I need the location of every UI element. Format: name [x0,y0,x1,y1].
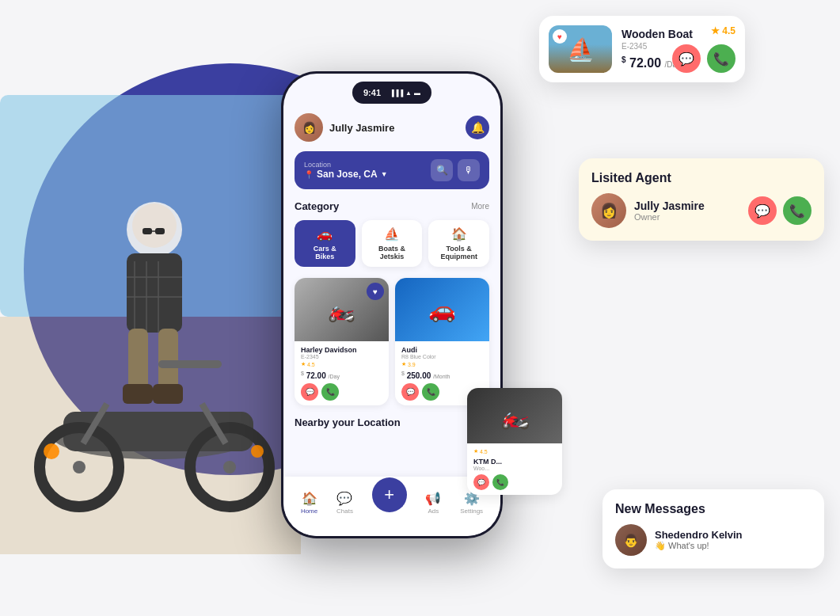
agent-actions: 💬 📞 [748,196,811,225]
listing-harley-img: 🏍️ ♥ [295,278,389,341]
boat-msg-button[interactable]: 💬 [672,44,701,73]
message-sender: Shedendro Kelvin [655,529,743,541]
location-search-buttons: 🔍 🎙 [431,159,480,181]
message-avatar: 👨 [615,524,647,556]
location-city: San Jose, CA [317,169,378,180]
category-label-tools: Tools &Equipment [440,245,477,260]
category-label-cars: Cars &Bikes [314,245,336,260]
listing-harley-actions: 💬 📞 [301,383,382,401]
listing-harley[interactable]: 🏍️ ♥ Harley Davidson E-2345 ★ 4.5 $ 72.0… [295,278,389,405]
mic-button[interactable]: 🎙 [458,159,480,181]
boat-rating: ★ 4.5 [711,25,735,36]
nav-chats-label: Chats [336,508,353,515]
listing-harley-rating: ★ 4.5 [301,361,382,367]
star-icon: ★ [711,25,720,36]
search-button[interactable]: 🔍 [431,159,453,181]
tools-icon: 🏠 [451,226,467,241]
star-icon: ★ [473,448,478,454]
avatar-emoji: 👩 [302,121,316,134]
ads-icon: 📢 [425,491,441,506]
nav-ads-label: Ads [428,508,439,515]
category-more[interactable]: More [471,202,489,211]
wifi-icon: ▲ [405,89,412,97]
status-time: 9:41 [363,88,381,97]
agent-msg-button[interactable]: 💬 [748,196,777,225]
float-card-boat: ⛵ ♥ Wooden Boat E-2345 $ 72.00 /Day ★ 4.… [539,16,745,82]
boat-card-actions: 💬 📞 [672,44,735,73]
boat-price-value: 72.00 [629,56,661,70]
ktm-img: 🏍️ [467,388,562,443]
nav-home-label: Home [301,508,317,515]
audi-msg-button[interactable]: 💬 [401,383,419,401]
listing-audi-img: 🚗 [395,278,489,341]
phone-notch: 9:41 ▐▐▐ ▲ ▬ [352,82,431,104]
home-icon: 🏠 [302,491,317,506]
listing-harley-id: E-2345 [301,354,382,359]
nav-home[interactable]: 🏠 Home [301,491,317,515]
cars-icon: 🚗 [317,226,333,241]
message-content: Shedendro Kelvin 👋 What's up! [655,529,743,551]
boat-card-image: ⛵ ♥ [549,25,612,73]
listings-row: 🏍️ ♥ Harley Davidson E-2345 ★ 4.5 $ 72.0… [295,278,489,405]
dollar-sign: $ [621,55,626,64]
svg-point-20 [73,461,86,473]
location-value: 📍 San Jose, CA ▼ [304,169,388,180]
star-icon: ★ [401,361,406,367]
ktm-rating: ★ 4.5 [473,448,556,454]
notification-button[interactable]: 🔔 [466,116,489,139]
listing-harley-name: Harley Davidson [301,346,382,354]
agent-card-title: Lisited Agent [591,171,811,185]
message-avatar-emoji: 👨 [623,533,639,548]
message-item[interactable]: 👨 Shedendro Kelvin 👋 What's up! [615,524,811,556]
boat-call-button[interactable]: 📞 [707,44,735,73]
category-item-tools[interactable]: 🏠 Tools &Equipment [428,220,489,267]
agent-role: Owner [634,212,705,222]
svg-point-19 [40,428,119,507]
location-bar[interactable]: Location 📍 San Jose, CA ▼ 🔍 🎙 [295,151,489,189]
agent-avatar: 👩 [591,193,626,228]
ktm-call-button[interactable]: 📞 [492,474,508,490]
nav-settings-label: Settings [460,508,483,515]
listing-audi-price: $ 250.00 /Month [401,371,483,380]
harley-call-button[interactable]: 📞 [321,383,339,401]
fav-button-harley[interactable]: ♥ [367,283,384,300]
boats-icon: ⛵ [384,226,400,241]
boat-fav-icon[interactable]: ♥ [553,29,567,44]
category-section-header: Category More [295,200,489,212]
chevron-down-icon: ▼ [381,170,388,178]
location-info: Location 📍 San Jose, CA ▼ [304,161,388,180]
ktm-msg-button[interactable]: 💬 [473,474,489,490]
float-card-messages: New Messages 👨 Shedendro Kelvin 👋 What's… [602,489,824,568]
listing-audi[interactable]: 🚗 Audi R8 Blue Color ★ 3.9 $ 250.00 /Mon… [395,278,489,405]
star-icon: ★ [301,361,306,367]
ext-card-ktm[interactable]: 🏍️ ★ 4.5 KTM D... Woo... 💬 📞 [467,388,562,495]
app-header: 👩 Jully Jasmire 🔔 [295,113,489,142]
agent-info: 👩 Jully Jasmire Owner 💬 📞 [591,193,811,228]
nearby-title: Nearby your Location [295,416,401,428]
ktm-name: KTM D... [473,458,556,466]
category-item-cars[interactable]: 🚗 Cars &Bikes [295,220,355,267]
agent-call-button[interactable]: 📞 [783,196,811,225]
listing-harley-price: $ 72.00 /Day [301,371,382,380]
nav-chats[interactable]: 💬 Chats [336,491,353,515]
audi-img-bg: 🚗 [395,278,489,341]
ktm-actions: 💬 📞 [473,474,556,490]
user-name: Jully Jasmire [329,122,394,134]
nearby-header: Nearby your Location More [295,416,489,428]
audi-call-button[interactable]: 📞 [422,383,439,401]
nav-add-button[interactable]: + [372,477,407,512]
nav-ads[interactable]: 📢 Ads [425,491,441,515]
chats-icon: 💬 [336,491,352,506]
location-label: Location [304,161,388,169]
status-icons: ▐▐▐ ▲ ▬ [390,89,420,97]
boat-rating-value: 4.5 [722,25,735,36]
messages-card-title: New Messages [615,502,811,516]
avatar: 👩 [295,113,323,142]
listing-audi-name: Audi [401,346,483,354]
agent-avatar-emoji: 👩 [600,202,618,219]
svg-point-24 [44,443,59,459]
extended-listings: 🏍️ ★ 4.5 KTM D... Woo... 💬 📞 [467,388,562,495]
category-item-boats[interactable]: ⛵ Boats &Jetskis [362,220,423,267]
listing-audi-rating: ★ 3.9 [401,361,483,367]
harley-msg-button[interactable]: 💬 [301,383,318,401]
